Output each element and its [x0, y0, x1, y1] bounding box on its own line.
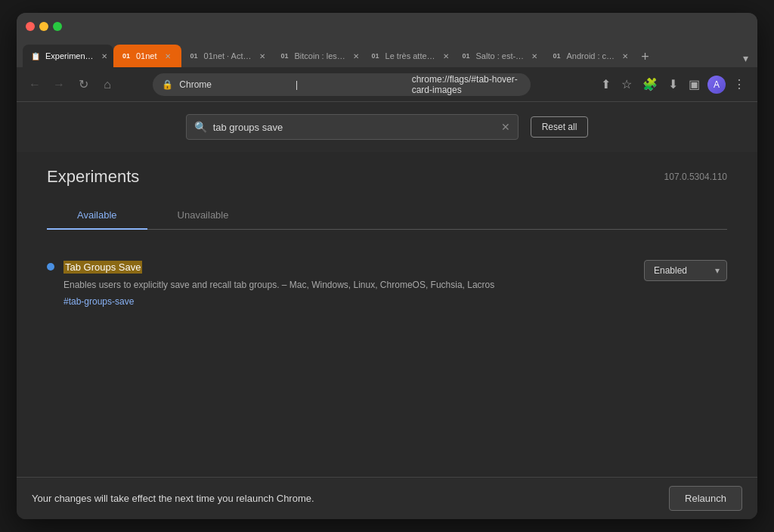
tab-letres-icon: 01	[370, 51, 381, 61]
tab-experiments-icon: 📋	[30, 51, 41, 61]
tab-android-icon: 01	[552, 51, 562, 61]
status-dropdown[interactable]: Default Enabled Disabled	[644, 260, 727, 281]
browser-window: 📋 Experimen… ✕ 01 01net ✕ 01 01net · Act…	[17, 13, 757, 519]
status-dropdown-wrap[interactable]: Default Enabled Disabled	[644, 260, 727, 281]
tab-bitcoin-label: Bitcoin : les…	[295, 51, 345, 60]
tab-letres-label: Le très atte…	[385, 51, 435, 60]
toolbar-icons: ⬆ ☆ 🧩 ⬇ ▣ A ⋮	[598, 74, 748, 94]
tab-01net-close[interactable]: ✕	[162, 50, 174, 62]
forward-button[interactable]: →	[50, 76, 68, 94]
address-lock-icon: 🔒	[162, 79, 173, 90]
bookmark-icon[interactable]: ☆	[618, 74, 635, 94]
tab-experiments-label: Experimen…	[45, 51, 94, 60]
tab-01net-actu-close[interactable]: ✕	[256, 50, 268, 62]
tabs-chevron[interactable]: ▾	[740, 49, 751, 67]
page-content: 🔍 tab groups save ✕ Reset all Experiment…	[17, 102, 757, 477]
traffic-lights	[26, 22, 62, 31]
tabs-bar: 📋 Experimen… ✕ 01 01net ✕ 01 01net · Act…	[17, 40, 757, 67]
minimize-button[interactable]	[39, 22, 48, 31]
page-title: Experiments	[47, 167, 139, 187]
tab-salto[interactable]: 01 Salto : est-… ✕	[454, 45, 544, 67]
new-tab-button[interactable]: +	[635, 46, 656, 67]
search-clear-button[interactable]: ✕	[501, 121, 510, 133]
avatar[interactable]: A	[707, 76, 726, 94]
feature-description: Enables users to explicitly save and rec…	[63, 278, 635, 292]
tab-android-close[interactable]: ✕	[619, 50, 631, 62]
tab-01net-actu-icon: 01	[189, 51, 200, 61]
relaunch-button[interactable]: Relaunch	[669, 486, 742, 511]
tab-01net[interactable]: 01 01net ✕	[113, 45, 181, 67]
tab-available[interactable]: Available	[47, 202, 147, 230]
version-badge: 107.0.5304.110	[664, 172, 727, 182]
tab-android-label: Android : c…	[567, 51, 615, 60]
address-bar: ← → ↻ ⌂ 🔒 Chrome | chrome://flags/#tab-h…	[17, 67, 757, 102]
feature-dot	[47, 263, 54, 271]
tab-bitcoin[interactable]: 01 Bitcoin : les… ✕	[272, 45, 363, 67]
address-input-wrap[interactable]: 🔒 Chrome | chrome://flags/#tab-hover-car…	[153, 73, 531, 96]
address-prefix: Chrome	[179, 79, 289, 90]
address-url: chrome://flags/#tab-hover-card-images	[412, 74, 522, 95]
home-button[interactable]: ⌂	[98, 76, 116, 94]
address-separator: |	[296, 79, 406, 90]
search-icon: 🔍	[194, 121, 207, 133]
tab-experiments[interactable]: 📋 Experimen… ✕	[23, 45, 113, 67]
feature-link[interactable]: #tab-groups-save	[63, 296, 635, 307]
menu-icon[interactable]: ⋮	[730, 74, 748, 94]
title-bar	[17, 13, 757, 40]
main-area: Experiments 107.0.5304.110 Available Una…	[17, 152, 757, 477]
extensions-icon[interactable]: 🧩	[639, 74, 661, 94]
tab-bitcoin-icon: 01	[280, 51, 290, 61]
section-tabs: Available Unavailable	[47, 202, 727, 230]
tab-unavailable[interactable]: Unavailable	[147, 202, 259, 230]
tab-android[interactable]: 01 Android : c… ✕	[544, 45, 635, 67]
tab-salto-close[interactable]: ✕	[528, 50, 540, 62]
experiments-header: Experiments 107.0.5304.110	[47, 167, 727, 187]
back-button[interactable]: ←	[26, 76, 44, 94]
reset-all-button[interactable]: Reset all	[531, 116, 589, 138]
feature-item-tab-groups-save: Tab Groups Save Enables users to explici…	[47, 248, 727, 319]
tab-search-icon[interactable]: ▣	[686, 74, 703, 94]
reload-button[interactable]: ↻	[74, 76, 92, 94]
download-icon[interactable]: ⬇	[665, 74, 681, 94]
search-bar-wrap: 🔍 tab groups save ✕ Reset all	[17, 102, 757, 152]
tab-experiments-close[interactable]: ✕	[98, 50, 110, 62]
feature-control[interactable]: Default Enabled Disabled	[644, 260, 727, 281]
relaunch-notice: Your changes will take effect the next t…	[32, 493, 669, 504]
tab-salto-label: Salto : est-…	[476, 51, 525, 60]
close-button[interactable]	[26, 22, 35, 31]
tab-01net-icon: 01	[121, 51, 132, 61]
tab-01net-label: 01net	[136, 51, 157, 60]
tab-letres[interactable]: 01 Le très atte… ✕	[363, 45, 454, 67]
tab-01net-actu[interactable]: 01 01net · Act… ✕	[181, 45, 272, 67]
share-icon[interactable]: ⬆	[598, 74, 614, 94]
maximize-button[interactable]	[53, 22, 62, 31]
tab-bitcoin-close[interactable]: ✕	[350, 50, 362, 62]
bottom-bar: Your changes will take effect the next t…	[17, 477, 757, 519]
feature-info: Tab Groups Save Enables users to explici…	[63, 260, 635, 307]
tab-01net-actu-label: 01net · Act…	[204, 51, 252, 60]
tab-salto-icon: 01	[461, 51, 472, 61]
search-input[interactable]: tab groups save	[213, 122, 495, 133]
search-input-wrap[interactable]: 🔍 tab groups save ✕	[186, 114, 519, 140]
tab-letres-close[interactable]: ✕	[440, 50, 452, 62]
feature-name: Tab Groups Save	[63, 261, 142, 274]
